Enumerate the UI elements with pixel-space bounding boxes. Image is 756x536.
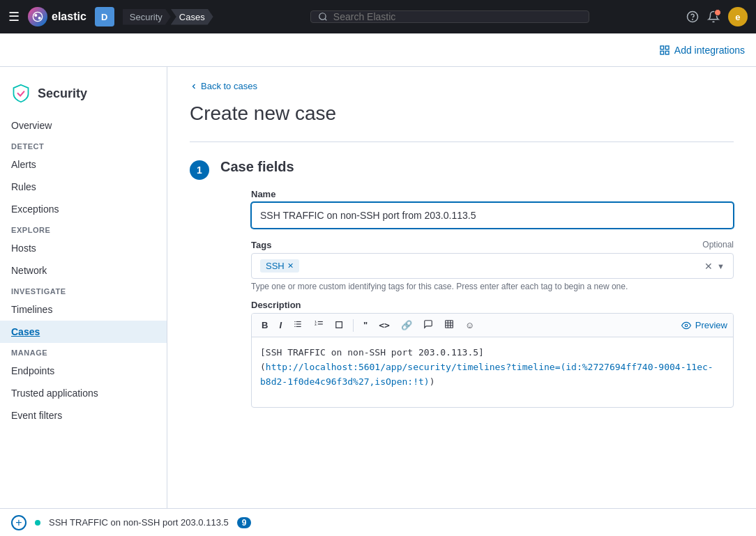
status-text: SSH TRAFFIC on non-SSH port 203.0.113.5 (49, 517, 229, 528)
layout: Security Overview Detect Alerts Rules Ex… (0, 67, 756, 536)
step-badge: 1 (190, 160, 209, 180)
search-bar[interactable] (310, 10, 589, 23)
svg-rect-19 (318, 323, 323, 324)
toolbar-code-button[interactable]: <> (375, 317, 394, 333)
svg-rect-9 (660, 51, 664, 54)
sidebar-section-explore: Explore (0, 220, 167, 237)
add-integrations-button[interactable]: Add integrations (659, 45, 745, 56)
user-avatar[interactable]: e (728, 7, 748, 26)
description-toolbar: B I 1.2. ☐ " < (252, 314, 733, 337)
description-link[interactable]: http://localhost:5601/app/security/timel… (260, 362, 713, 387)
ordered-list-icon: 1.2. (314, 319, 324, 329)
top-nav-right: e (686, 7, 748, 26)
toolbar-comment-button[interactable] (419, 316, 437, 334)
elastic-logo-text: elastic (52, 10, 86, 23)
svg-point-5 (693, 19, 693, 20)
sidebar-item-exceptions[interactable]: Exceptions (0, 198, 167, 220)
sidebar-section-detect: Detect (0, 137, 167, 153)
elastic-logo: elastic (28, 7, 86, 26)
security-icon (11, 84, 31, 103)
sidebar-item-endpoints[interactable]: Endpoints (0, 360, 167, 382)
svg-rect-20 (446, 321, 453, 328)
breadcrumb: Security Cases (123, 9, 213, 25)
status-add-button[interactable]: + (11, 515, 27, 530)
tag-ssh-remove[interactable]: ✕ (287, 261, 294, 270)
description-field-group: Description B I 1.2. (251, 300, 734, 408)
top-nav: ☰ elastic D Security Cases e (0, 0, 756, 33)
description-body[interactable]: [SSH TRAFFIC on non-SSH port 203.0.113.5… (252, 337, 733, 407)
main-content: Back to cases Create new case 1 Case fie… (167, 67, 756, 536)
name-input[interactable] (251, 202, 734, 229)
sidebar-item-timelines[interactable]: Timelines (0, 298, 167, 321)
sidebar-brand-title: Security (38, 86, 87, 101)
toolbar-checkbox-button[interactable]: ☐ (331, 317, 347, 333)
svg-rect-8 (665, 51, 669, 54)
preview-eye-icon (681, 321, 691, 330)
toolbar-italic-button[interactable]: I (275, 317, 286, 333)
svg-rect-12 (294, 323, 295, 324)
breadcrumb-security[interactable]: Security (123, 9, 171, 25)
toolbar-unordered-list-button[interactable] (289, 316, 307, 334)
form-section: Name Tags Optional SSH ✕ (251, 189, 734, 408)
tags-hint: Type one or more custom identifying tags… (251, 282, 734, 291)
tags-clear-icon[interactable]: ✕ (704, 261, 713, 272)
svg-point-2 (38, 17, 41, 20)
toolbar-quote-button[interactable]: " (359, 317, 372, 333)
table-icon (444, 319, 454, 329)
svg-rect-11 (296, 321, 301, 322)
sidebar-item-alerts[interactable]: Alerts (0, 153, 167, 176)
sidebar-item-cases[interactable]: Cases (0, 321, 167, 343)
notifications-icon[interactable] (707, 10, 720, 23)
tags-dropdown-icon[interactable]: ▼ (717, 262, 725, 270)
svg-rect-15 (296, 326, 301, 327)
toolbar-emoji-button[interactable]: ☺ (461, 317, 478, 333)
status-dot (35, 520, 40, 526)
sidebar-item-rules[interactable]: Rules (0, 176, 167, 198)
svg-rect-10 (294, 321, 295, 322)
toolbar-ordered-list-button[interactable]: 1.2. (310, 316, 328, 334)
svg-point-21 (685, 324, 688, 327)
chevron-left-icon (190, 82, 198, 91)
svg-rect-7 (665, 46, 669, 49)
svg-rect-14 (294, 326, 295, 327)
sidebar-item-event-filters[interactable]: Event filters (0, 404, 167, 427)
step-content: Case fields Name Tags Optional (220, 159, 734, 419)
name-field-group: Name (251, 189, 734, 229)
section-divider (190, 141, 734, 142)
toolbar-right: Preview (681, 320, 727, 330)
comment-icon (423, 319, 433, 329)
description-label: Description (251, 300, 734, 310)
toolbar-table-button[interactable] (440, 316, 458, 334)
toolbar-divider (353, 319, 354, 332)
list-icon (293, 319, 303, 329)
sidebar-item-hosts[interactable]: Hosts (0, 237, 167, 259)
sidebar-item-network[interactable]: Network (0, 259, 167, 282)
tags-container[interactable]: SSH ✕ ✕ ▼ (251, 253, 734, 279)
name-label: Name (251, 189, 734, 199)
sidebar-brand: Security (0, 78, 167, 114)
second-nav: Add integrations (0, 33, 756, 67)
back-to-cases-link[interactable]: Back to cases (190, 81, 734, 91)
status-bar: + SSH TRAFFIC on non-SSH port 203.0.113.… (0, 508, 756, 536)
tags-actions: ✕ ▼ (704, 261, 725, 272)
preview-button[interactable]: Preview (695, 320, 727, 330)
sidebar-item-trusted-apps[interactable]: Trusted applications (0, 382, 167, 404)
hamburger-button[interactable]: ☰ (8, 9, 20, 24)
svg-text:2.: 2. (315, 323, 317, 326)
sidebar: Security Overview Detect Alerts Rules Ex… (0, 67, 167, 536)
svg-rect-17 (318, 321, 323, 322)
workspace-button[interactable]: D (95, 7, 114, 26)
description-container: B I 1.2. ☐ " < (251, 313, 734, 408)
top-nav-left: ☰ elastic D Security Cases (8, 7, 213, 26)
tag-ssh: SSH ✕ (260, 259, 299, 273)
integrations-icon (659, 45, 670, 56)
help-icon[interactable] (686, 10, 699, 23)
breadcrumb-cases[interactable]: Cases (171, 9, 213, 25)
sidebar-item-overview[interactable]: Overview (0, 114, 167, 137)
svg-point-3 (319, 13, 326, 20)
toolbar-link-button[interactable]: 🔗 (397, 317, 416, 333)
search-input[interactable] (333, 11, 582, 22)
toolbar-bold-button[interactable]: B (257, 317, 272, 333)
svg-rect-6 (660, 46, 664, 49)
sidebar-section-manage: Manage (0, 343, 167, 360)
